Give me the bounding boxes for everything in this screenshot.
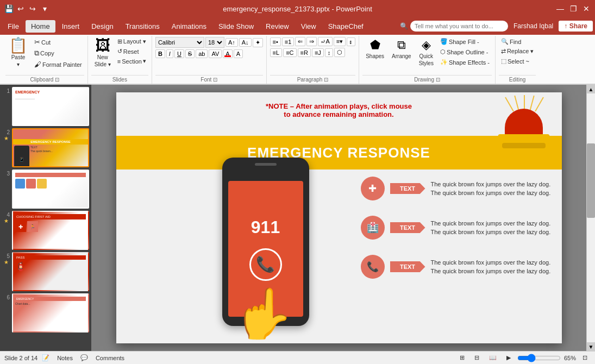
menu-file[interactable]: File bbox=[2, 20, 24, 33]
zoom-slider[interactable] bbox=[517, 354, 561, 362]
slide-number-6: 6 bbox=[2, 293, 10, 300]
italic-button[interactable]: I bbox=[166, 49, 173, 58]
align-center-button[interactable]: ≡C bbox=[283, 48, 296, 57]
smallcaps-button[interactable]: ab bbox=[196, 49, 208, 58]
copy-icon: ⧉ bbox=[34, 49, 39, 58]
format-painter-button[interactable]: 🖌 Format Painter bbox=[32, 59, 84, 70]
numbering-button[interactable]: ≡1 bbox=[282, 37, 295, 46]
smartart-button[interactable]: ⬡ bbox=[334, 48, 345, 57]
menu-view[interactable]: View bbox=[296, 20, 322, 33]
align-justify-button[interactable]: ≡J bbox=[312, 48, 324, 57]
align-right-button[interactable]: ≡R bbox=[298, 48, 311, 57]
slide-preview-6[interactable]: EMERGENCY Chart data... bbox=[12, 293, 89, 332]
vertical-scrollbar[interactable]: ▲ ▼ bbox=[586, 85, 595, 351]
bold-button[interactable]: B bbox=[155, 49, 165, 58]
phone-speaker bbox=[255, 163, 277, 166]
scroll-thumb[interactable] bbox=[587, 143, 595, 218]
menu-design[interactable]: Design bbox=[86, 20, 118, 33]
format-painter-icon: 🖌 bbox=[34, 60, 41, 68]
slide-thumb-1[interactable]: 1 ★ EMERGENCY ━━━━━━━━━━━━ bbox=[2, 87, 89, 126]
undo-icon[interactable]: ↩ bbox=[16, 4, 25, 13]
search-icon: 🔍 bbox=[400, 22, 408, 30]
new-slide-button[interactable]: 🖼 New Slide ▾ bbox=[91, 37, 114, 68]
clear-format-button[interactable]: ✦ bbox=[253, 38, 263, 47]
layout-button[interactable]: ⊞ Layout ▾ bbox=[115, 37, 148, 46]
slide-preview-2[interactable]: EMERGENCY RESPONSE 📱 TEXTThe quick brown… bbox=[12, 128, 89, 167]
underline-button[interactable]: U bbox=[174, 49, 184, 58]
normal-view-button[interactable]: ⊞ bbox=[456, 354, 468, 362]
search-box[interactable]: 🔍 bbox=[400, 21, 508, 32]
menu-home[interactable]: Home bbox=[26, 20, 55, 33]
slide-thumb-4[interactable]: 4 ★ CHOOSING FIRST AID ✚ 🏃 bbox=[2, 211, 89, 250]
restore-icon[interactable]: ❐ bbox=[569, 4, 578, 13]
slide-thumb-3[interactable]: 3 ★ bbox=[2, 170, 89, 209]
scroll-up-button[interactable]: ▲ bbox=[587, 85, 595, 93]
section-button[interactable]: ≡ Section ▾ bbox=[115, 57, 148, 66]
font-color-button[interactable]: A bbox=[223, 49, 232, 58]
share-button[interactable]: ↑ Share bbox=[559, 21, 593, 32]
line-spacing-button[interactable]: ↕ bbox=[325, 48, 334, 57]
slides-label: Slides bbox=[91, 75, 148, 84]
increase-indent-button[interactable]: ⇒ bbox=[306, 37, 317, 46]
menu-shapechef[interactable]: ShapeChef bbox=[323, 20, 369, 33]
save-icon[interactable]: 💾 bbox=[4, 4, 13, 13]
ribbon-group-clipboard: 📋 Paste ▾ ✂ Cut ⧉ Copy 🖌 Format Painter … bbox=[2, 36, 88, 84]
slide-sorter-button[interactable]: ⊟ bbox=[471, 354, 483, 362]
decrease-indent-button[interactable]: ⇐ bbox=[295, 37, 305, 46]
text-highlight-button[interactable]: A bbox=[234, 49, 243, 58]
select-button[interactable]: ⬚ Select ~ bbox=[499, 57, 536, 66]
shapes-button[interactable]: ⬟ Shapes bbox=[362, 37, 387, 60]
reading-view-button[interactable]: 📖 bbox=[486, 354, 500, 362]
char-spacing-button[interactable]: AV bbox=[209, 49, 222, 58]
align-left-button[interactable]: ≡L bbox=[270, 48, 283, 57]
shape-effects-icon: ✨ bbox=[440, 59, 448, 66]
font-size-select[interactable]: 18 bbox=[205, 37, 224, 48]
slide-thumb-5[interactable]: 5 ★ PASS 🧯 bbox=[2, 252, 89, 291]
close-icon[interactable]: ✕ bbox=[582, 4, 591, 13]
menu-transitions[interactable]: Transitions bbox=[120, 20, 165, 33]
slide-thumb-6[interactable]: 6 ★ EMERGENCY Chart data... bbox=[2, 293, 89, 332]
slide-note: *NOTE – After animation plays, click mou… bbox=[266, 102, 412, 118]
increase-font-button[interactable]: A↑ bbox=[226, 38, 238, 47]
menu-animations[interactable]: Animations bbox=[166, 20, 212, 33]
find-button[interactable]: 🔍 Find bbox=[499, 37, 536, 46]
fit-slide-button[interactable]: ⊡ bbox=[579, 354, 591, 362]
quick-styles-icon: ◈ bbox=[422, 38, 431, 52]
columns-button[interactable]: ⫾ bbox=[347, 37, 355, 46]
minimize-icon[interactable]: — bbox=[556, 4, 565, 13]
replace-button[interactable]: ⇄ Replace ▾ bbox=[499, 47, 536, 56]
scroll-down-button[interactable]: ▼ bbox=[587, 342, 595, 351]
slide-thumb-2[interactable]: 2 ★ EMERGENCY RESPONSE 📱 TEXTThe quick b… bbox=[2, 128, 89, 167]
slide-preview-1[interactable]: EMERGENCY ━━━━━━━━━━━━ bbox=[12, 87, 89, 126]
bullets-button[interactable]: ≡• bbox=[270, 37, 281, 46]
comments-button[interactable]: Comments bbox=[92, 354, 128, 362]
menu-insert[interactable]: Insert bbox=[57, 20, 85, 33]
shape-effects-button[interactable]: ✨ Shape Effects - bbox=[438, 58, 492, 67]
menu-slideshow[interactable]: Slide Show bbox=[213, 20, 259, 33]
text-direction-button[interactable]: ⤾A bbox=[318, 37, 332, 46]
notes-button[interactable]: Notes bbox=[54, 354, 76, 362]
strikethrough-button[interactable]: S bbox=[185, 49, 195, 58]
slide-preview-3[interactable] bbox=[12, 170, 89, 209]
slide-preview-4[interactable]: CHOOSING FIRST AID ✚ 🏃 bbox=[12, 211, 89, 250]
search-input[interactable] bbox=[410, 21, 508, 32]
quick-styles-button[interactable]: ◈ Quick Styles bbox=[416, 37, 437, 67]
font-family-select[interactable]: Calibri bbox=[155, 37, 204, 48]
shape-fill-button[interactable]: 🪣 Shape Fill - bbox=[438, 37, 492, 46]
arrange-button[interactable]: ⧉ Arrange bbox=[389, 37, 415, 60]
align-text-button[interactable]: ≡▾ bbox=[334, 37, 346, 46]
reset-button[interactable]: ↺ Reset bbox=[115, 47, 148, 56]
user-name[interactable]: Farshad Iqbal bbox=[513, 22, 553, 30]
customize-icon[interactable]: ▾ bbox=[40, 4, 49, 13]
slide-preview-5[interactable]: PASS 🧯 bbox=[12, 252, 89, 291]
copy-button[interactable]: ⧉ Copy bbox=[32, 48, 84, 59]
decrease-font-button[interactable]: A↓ bbox=[239, 38, 252, 47]
redo-icon[interactable]: ↪ bbox=[28, 4, 37, 13]
slideshow-button[interactable]: ▶ bbox=[503, 354, 514, 362]
shape-outline-button[interactable]: ⬡ Shape Outline - bbox=[438, 47, 492, 57]
menu-review[interactable]: Review bbox=[260, 20, 295, 33]
text-item-1: ✚ TEXT The quick brown fox jumps over th… bbox=[361, 177, 551, 200]
paste-button[interactable]: 📋 Paste ▾ bbox=[5, 37, 31, 68]
phone-call-icon: 📞 bbox=[249, 248, 282, 281]
cut-button[interactable]: ✂ Cut bbox=[32, 37, 84, 47]
